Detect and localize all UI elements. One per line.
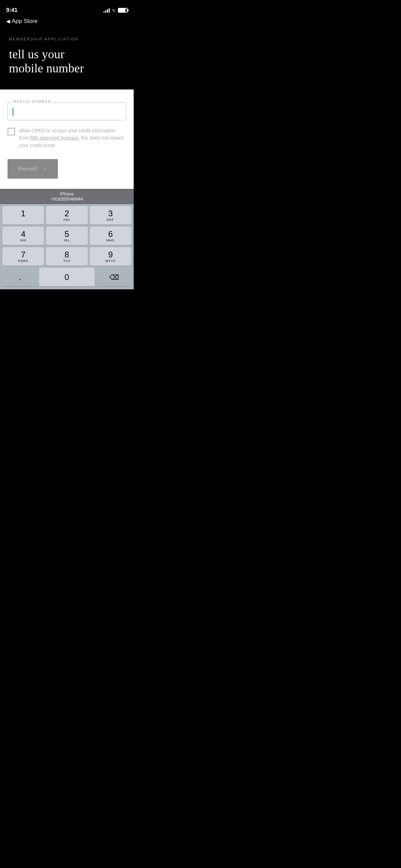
back-button[interactable]: ◀ App Store: [6, 18, 38, 25]
header-section: MEMBERSHIP APPLICATION tell us your mobi…: [0, 27, 134, 89]
key-dot[interactable]: .: [2, 268, 37, 286]
key-7[interactable]: 7 PQRS: [2, 247, 44, 266]
key-3[interactable]: 3 DEF: [90, 206, 131, 225]
keyboard-row-1: 1 2 ABC 3 DEF: [0, 204, 134, 225]
credit-access-checkbox[interactable]: [8, 128, 15, 135]
field-label: MOBILE NUMBER: [12, 100, 52, 104]
key-0[interactable]: 0: [39, 268, 95, 286]
proceed-label: Proceed: [18, 165, 37, 172]
proceed-arrow-icon: →: [41, 165, 48, 172]
key-5[interactable]: 5 JKL: [46, 227, 87, 245]
key-2[interactable]: 2 ABC: [46, 206, 87, 225]
mobile-number-field[interactable]: MOBILE NUMBER: [8, 103, 126, 120]
key-6[interactable]: 6 MNO: [90, 227, 131, 245]
keyboard-row-3: 7 PQRS 8 TUV 9 WXYZ: [0, 245, 134, 266]
battery-icon: [118, 8, 127, 13]
home-indicator: [0, 289, 134, 289]
status-time: 9:41: [6, 7, 17, 14]
back-arrow-icon: ◀: [6, 18, 10, 24]
key-delete[interactable]: ⌫: [97, 268, 131, 286]
suggestion-phone-number: +916355048844: [51, 196, 83, 202]
page-title-line2: mobile number: [9, 61, 84, 75]
signal-icon: [104, 8, 110, 13]
page-title-line1: tell us your: [9, 47, 64, 61]
nav-bar: ◀ App Store: [0, 16, 134, 27]
suggestion-content: iPhone +916355048844: [51, 191, 83, 202]
key-4[interactable]: 4 GHI: [2, 227, 44, 245]
credit-access-checkbox-row: allow CRED to access your credit informa…: [8, 127, 126, 149]
proceed-button[interactable]: Proceed →: [8, 159, 58, 179]
keyboard-row-2: 4 GHI 5 JKL 6 MNO: [0, 225, 134, 245]
wifi-icon: ∿: [112, 8, 116, 13]
key-8[interactable]: 8 TUV: [46, 247, 87, 266]
section-label: MEMBERSHIP APPLICATION: [9, 37, 125, 41]
status-bar: 9:41 ∿: [0, 0, 134, 16]
key-1[interactable]: 1: [2, 206, 44, 225]
keyboard-row-4: . 0 ⌫: [0, 266, 134, 289]
checkbox-text: allow CRED to access your credit informa…: [19, 127, 126, 149]
status-icons: ∿: [104, 8, 127, 13]
back-label: App Store: [12, 18, 38, 25]
field-input-area[interactable]: [13, 108, 121, 116]
suggestion-device-name: iPhone: [60, 191, 74, 196]
text-cursor: [13, 108, 13, 116]
keyboard[interactable]: 1 2 ABC 3 DEF 4 GHI 5 JKL 6 MNO 7 PQRS: [0, 204, 134, 289]
keyboard-suggestion-bar[interactable]: iPhone +916355048844: [0, 189, 134, 204]
content-section: MOBILE NUMBER allow CRED to access your …: [0, 89, 134, 189]
page-title: tell us your mobile number: [9, 47, 125, 76]
rbi-link[interactable]: RBI approved bureaus.: [30, 135, 80, 141]
key-9[interactable]: 9 WXYZ: [90, 247, 131, 266]
